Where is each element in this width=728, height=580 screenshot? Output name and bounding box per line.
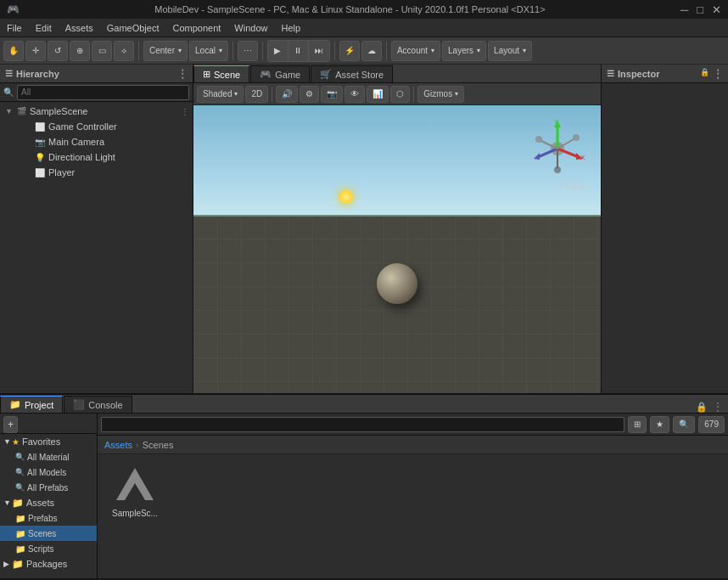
project-all-models[interactable]: 🔍 All Models xyxy=(0,465,97,480)
close-button[interactable]: ✕ xyxy=(712,3,721,16)
chevron-down-icon: ▾ xyxy=(178,47,182,54)
pivot-dropdown[interactable]: Center ▾ xyxy=(143,41,188,61)
assetstore-tab-label: Asset Store xyxy=(335,70,384,80)
pause-button[interactable]: ⏸ xyxy=(288,41,309,61)
hierarchy-title: Hierarchy xyxy=(16,69,59,79)
scene-viewport[interactable]: Y X xyxy=(193,105,601,393)
center-panel: ⊞ Scene 🎮 Game 🛒 Asset Store Shaded ▾ 2D… xyxy=(193,65,601,393)
chevron-down-icon-2: ▾ xyxy=(219,47,222,54)
inspector-header: ☰ Inspector 🔒 ⋮ xyxy=(602,65,728,83)
hand-tool-button[interactable]: ✋ xyxy=(3,41,24,61)
scene-camera-button[interactable]: 📷 xyxy=(321,86,343,103)
space-dropdown[interactable]: Local ▾ xyxy=(189,41,228,61)
scene-sep-2 xyxy=(413,87,414,102)
scene-gizmo-widget[interactable]: Y X xyxy=(528,119,587,178)
inspector-menu-button[interactable]: ⋮ xyxy=(713,68,723,80)
menu-item-gameobject[interactable]: GameObject xyxy=(100,19,166,37)
menu-item-window[interactable]: Window xyxy=(227,19,274,37)
collab-button[interactable]: ⚡ xyxy=(339,41,360,61)
fx-button[interactable]: ⚙ xyxy=(300,86,319,103)
packages-label: Packages xyxy=(26,559,67,569)
project-scenes-folder[interactable]: 📁 Scenes xyxy=(0,526,97,541)
wireframe-button[interactable]: ⬡ xyxy=(390,86,410,103)
game-tab-icon: 🎮 xyxy=(260,69,272,80)
project-search-input[interactable] xyxy=(101,417,624,432)
menu-item-component[interactable]: Component xyxy=(165,19,227,37)
hierarchy-item-more-samplescene[interactable]: ⋮ xyxy=(181,107,189,116)
hierarchy-item-maincamera[interactable]: 📷 Main Camera xyxy=(0,134,193,149)
tab-game[interactable]: 🎮 Game xyxy=(250,65,310,82)
project-prefabs-folder[interactable]: 📁 Prefabs xyxy=(0,510,97,526)
hierarchy-item-player[interactable]: ⬜ Player xyxy=(0,165,193,180)
hierarchy-item-samplescene[interactable]: ▼ 🎬 SampleScene ⋮ xyxy=(0,104,193,119)
game-tab-label: Game xyxy=(275,70,300,80)
project-search-button[interactable]: 🔍 xyxy=(673,416,695,433)
menu-item-file[interactable]: File xyxy=(0,19,29,37)
snap-button[interactable]: ⋯ xyxy=(238,41,258,61)
breadcrumb-assets[interactable]: Assets xyxy=(104,440,132,450)
layers-label: Layers xyxy=(448,46,473,55)
prefabs-folder-icon: 📁 xyxy=(15,514,25,523)
inspector-panel: ☰ Inspector 🔒 ⋮ xyxy=(601,65,728,393)
minimize-button[interactable]: ─ xyxy=(680,3,688,16)
menu-item-edit[interactable]: Edit xyxy=(29,19,59,37)
add-project-button[interactable]: + xyxy=(3,416,18,433)
layout-dropdown[interactable]: Layout ▾ xyxy=(488,41,532,61)
tab-assetstore[interactable]: 🛒 Asset Store xyxy=(311,65,393,82)
menu-item-assets[interactable]: Assets xyxy=(59,19,100,37)
transform-tool-button[interactable]: ⟡ xyxy=(114,41,134,61)
tab-console[interactable]: ⬛ Console xyxy=(64,396,132,413)
hierarchy-tree: ▼ 🎬 SampleScene ⋮ ⬜ Game Controller 📷 Ma… xyxy=(0,102,193,393)
project-all-prefabs[interactable]: 🔍 All Prefabs xyxy=(0,480,97,495)
project-all-materials[interactable]: 🔍 All Material xyxy=(0,449,97,465)
project-content-toolbar: ⊞ ★ 🔍 679 xyxy=(98,414,728,436)
move-tool-button[interactable]: ✛ xyxy=(25,41,46,61)
project-favorite-toggle[interactable]: ★ xyxy=(650,416,669,433)
step-button[interactable]: ⏭ xyxy=(309,41,329,61)
player-sphere-object xyxy=(377,263,417,304)
project-assets-header[interactable]: ▼ 📁 Assets xyxy=(0,495,97,510)
rect-tool-button[interactable]: ▭ xyxy=(92,41,112,61)
all-models-label: All Models xyxy=(27,468,66,477)
project-favorites-header[interactable]: ▼ ★ Favorites xyxy=(0,434,97,449)
cloud-button[interactable]: ☁ xyxy=(361,41,382,61)
scale-tool-button[interactable]: ⊕ xyxy=(70,41,90,61)
maximize-button[interactable]: □ xyxy=(697,3,703,16)
titlebar-title: MobileDev - SampleScene - PC, Mac & Linu… xyxy=(154,4,545,14)
hierarchy-item-gamecontroller[interactable]: ⬜ Game Controller xyxy=(0,119,193,134)
menu-item-help[interactable]: Help xyxy=(274,19,307,37)
render-stats-button[interactable]: 📊 xyxy=(367,86,389,103)
shading-dropdown[interactable]: Shaded ▾ xyxy=(197,86,244,103)
star-icon: ★ xyxy=(12,437,20,447)
scene-sep-1 xyxy=(272,87,272,102)
light-icon: 💡 xyxy=(34,151,46,163)
hierarchy-menu-button[interactable]: ⋮ xyxy=(177,68,188,80)
bottom-content: + ▼ ★ Favorites 🔍 All Material 🔍 All Mod… xyxy=(0,414,728,578)
hierarchy-item-directionallight[interactable]: 💡 Directional Light xyxy=(0,149,193,165)
horizon-line xyxy=(193,215,601,217)
project-packages-header[interactable]: ▶ 📁 Packages xyxy=(0,556,97,572)
hierarchy-header: ☰ Hierarchy ⋮ xyxy=(0,65,193,83)
project-item-samplescene[interactable]: SampleSc... xyxy=(104,461,165,521)
twod-button[interactable]: 2D xyxy=(245,86,268,103)
rotate-tool-button[interactable]: ↺ xyxy=(48,41,68,61)
bottom-more-button[interactable]: ⋮ xyxy=(713,401,723,413)
window-controls[interactable]: ─ □ ✕ xyxy=(680,3,721,16)
hierarchy-item-label-player: Player xyxy=(48,167,75,177)
tab-project[interactable]: 📁 Project xyxy=(0,396,63,413)
layers-dropdown[interactable]: Layers ▾ xyxy=(442,41,486,61)
project-tab-label: Project xyxy=(25,400,53,410)
audio-button[interactable]: 🔊 xyxy=(276,86,298,103)
hide-button[interactable]: 👁 xyxy=(344,86,365,103)
inspector-lock-icon[interactable]: 🔒 xyxy=(700,68,709,80)
tab-scene[interactable]: ⊞ Scene xyxy=(193,65,249,82)
gizmos-dropdown[interactable]: Gizmos ▾ xyxy=(417,86,464,103)
account-dropdown[interactable]: Account ▾ xyxy=(391,41,440,61)
lock-icon-bottom[interactable]: 🔒 xyxy=(696,402,708,413)
project-view-toggle[interactable]: ⊞ xyxy=(628,416,647,433)
bottom-tab-bar: 📁 Project ⬛ Console 🔒 ⋮ xyxy=(0,395,728,414)
play-button[interactable]: ▶ xyxy=(268,41,288,61)
project-count-button[interactable]: 679 xyxy=(698,416,725,433)
project-scripts-folder[interactable]: 📁 Scripts xyxy=(0,541,97,556)
hierarchy-search-input[interactable] xyxy=(17,85,189,100)
